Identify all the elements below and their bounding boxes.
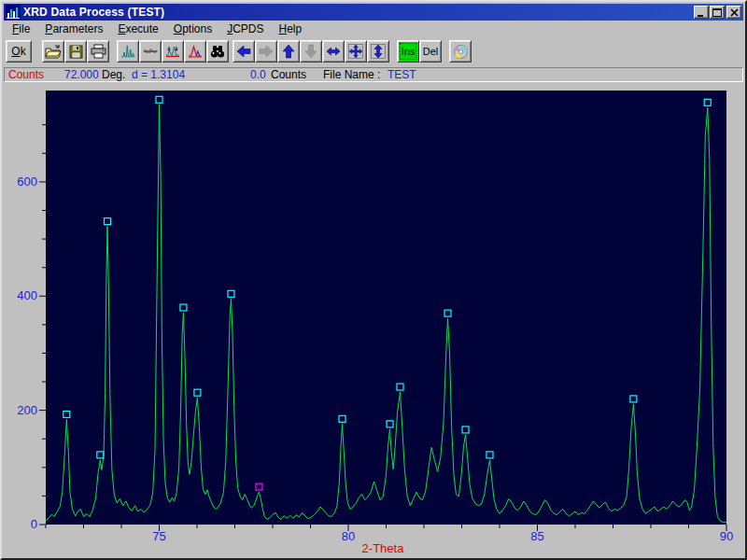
xrd-pattern-icon	[120, 44, 135, 59]
background-button[interactable]	[139, 40, 162, 63]
open-file-button[interactable]	[42, 40, 64, 63]
scroll-right-button[interactable]	[255, 40, 277, 63]
print-button[interactable]	[87, 40, 109, 63]
menu-options[interactable]: Options	[166, 21, 219, 36]
ka2-strip-icon	[188, 44, 203, 59]
menu-help[interactable]: Help	[272, 21, 310, 36]
raw-pattern-button[interactable]	[117, 40, 139, 63]
status-counts-value: 0.0	[250, 68, 266, 81]
maximize-button[interactable]	[710, 6, 725, 19]
printer-icon	[91, 44, 106, 59]
x-axis-title: 2-Theta	[362, 541, 405, 555]
window-title: XRD Data Process (TEST)	[23, 6, 694, 19]
plot-area[interactable]	[46, 91, 726, 525]
xrd-plot[interactable]: 0200400600758085902-Theta	[4, 84, 743, 556]
x-tick-label: 85	[530, 529, 543, 543]
expand-horizontal-icon	[326, 46, 341, 57]
full-view-button[interactable]	[345, 40, 367, 63]
y-tick-label: 400	[17, 288, 37, 302]
expand-vertical-button[interactable]	[367, 40, 389, 63]
down-arrow-icon	[304, 44, 317, 59]
smooth-peaks-icon	[165, 44, 180, 59]
status-file-label: File Name :	[323, 68, 380, 81]
close-button[interactable]	[726, 6, 741, 19]
left-arrow-icon	[236, 45, 251, 58]
binoculars-icon	[210, 45, 225, 59]
y-tick-label: 600	[17, 175, 37, 189]
x-tick-label: 90	[720, 529, 733, 543]
toolbar: Ok Ins Del	[4, 37, 743, 65]
menu-execute[interactable]: Execute	[110, 21, 165, 36]
y-tick-label: 0	[31, 517, 37, 531]
menu-jcpds[interactable]: JCPDS	[219, 21, 271, 36]
right-arrow-icon	[259, 45, 274, 58]
x-tick-label: 80	[342, 529, 355, 543]
full-view-icon	[348, 44, 363, 59]
expand-vertical-icon	[371, 44, 386, 59]
ka2-strip-button[interactable]	[184, 40, 206, 63]
ok-button[interactable]: Ok	[6, 40, 32, 63]
floppy-save-icon	[69, 45, 83, 59]
y-tick-label: 200	[17, 403, 37, 417]
chart-panel[interactable]: 0200400600758085902-Theta	[4, 84, 743, 556]
scroll-up-button[interactable]	[277, 40, 300, 63]
delete-peak-button[interactable]: Del	[419, 40, 442, 63]
up-arrow-icon	[282, 44, 295, 59]
status-counts-unit: Counts	[271, 68, 306, 81]
status-d-value: d = 1.3104	[132, 68, 185, 81]
menu-file[interactable]: File	[5, 21, 37, 36]
scroll-left-button[interactable]	[233, 40, 255, 63]
status-file-value: TEST	[388, 68, 416, 81]
cd-icon	[453, 44, 469, 60]
folder-open-icon	[45, 44, 62, 59]
status-deg-label: Deg.	[102, 68, 125, 81]
smooth-button[interactable]	[162, 40, 184, 63]
background-wave-icon	[143, 44, 158, 59]
insert-peak-button[interactable]: Ins	[397, 40, 419, 63]
status-bar: Counts 72.000 Deg. d = 1.3104 0.0 Counts…	[4, 67, 743, 82]
menu-parameters[interactable]: Parameters	[37, 21, 110, 36]
app-window: XRD Data Process (TEST) File Parameters …	[0, 0, 747, 560]
minimize-button[interactable]	[694, 6, 709, 19]
titlebar[interactable]: XRD Data Process (TEST)	[4, 4, 743, 21]
save-button[interactable]	[64, 40, 87, 63]
peak-search-button[interactable]	[206, 40, 229, 63]
app-icon	[6, 5, 21, 20]
menubar: File Parameters Execute Options JCPDS He…	[4, 21, 743, 37]
scroll-down-button[interactable]	[300, 40, 322, 63]
jcpds-cd-button[interactable]	[449, 40, 472, 63]
x-tick-label: 75	[152, 529, 165, 543]
expand-horizontal-button[interactable]	[322, 40, 345, 63]
status-angle-value: 72.000	[64, 68, 99, 81]
status-counts-label: Counts	[8, 68, 44, 81]
